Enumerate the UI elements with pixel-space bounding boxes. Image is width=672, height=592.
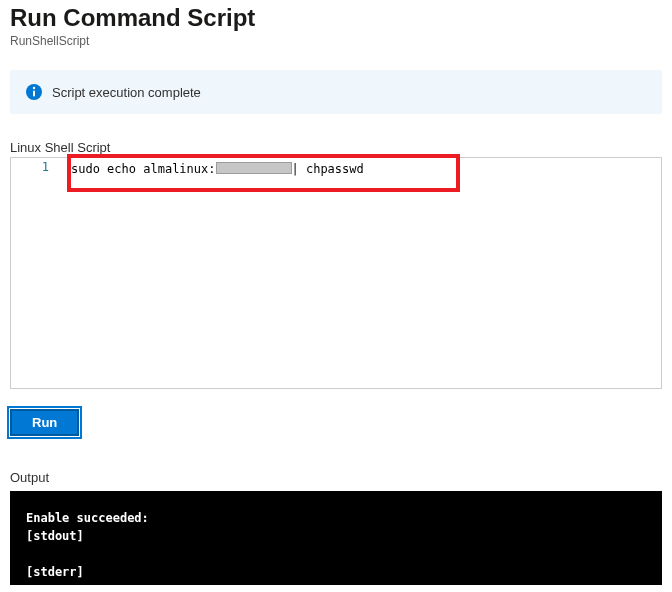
redacted-password (216, 162, 292, 174)
line-number: 1 (11, 160, 49, 174)
code-suffix: | chpasswd (292, 162, 364, 176)
line-gutter: 1 (11, 158, 63, 388)
output-terminal[interactable]: Enable succeeded: [stdout] [stderr] (10, 491, 662, 585)
run-button[interactable]: Run (10, 409, 79, 436)
page-title: Run Command Script (10, 4, 662, 32)
svg-rect-1 (33, 91, 35, 97)
svg-point-2 (33, 87, 35, 89)
editor-label: Linux Shell Script (10, 140, 662, 155)
info-message: Script execution complete (52, 85, 201, 100)
info-icon (26, 84, 42, 100)
page-subtitle: RunShellScript (10, 34, 662, 48)
code-area[interactable]: sudo echo almalinux:| chpasswd (63, 158, 661, 388)
info-banner: Script execution complete (10, 70, 662, 114)
code-editor[interactable]: 1 sudo echo almalinux:| chpasswd (10, 157, 662, 389)
output-label: Output (10, 470, 662, 485)
code-prefix: sudo echo almalinux: (71, 162, 216, 176)
